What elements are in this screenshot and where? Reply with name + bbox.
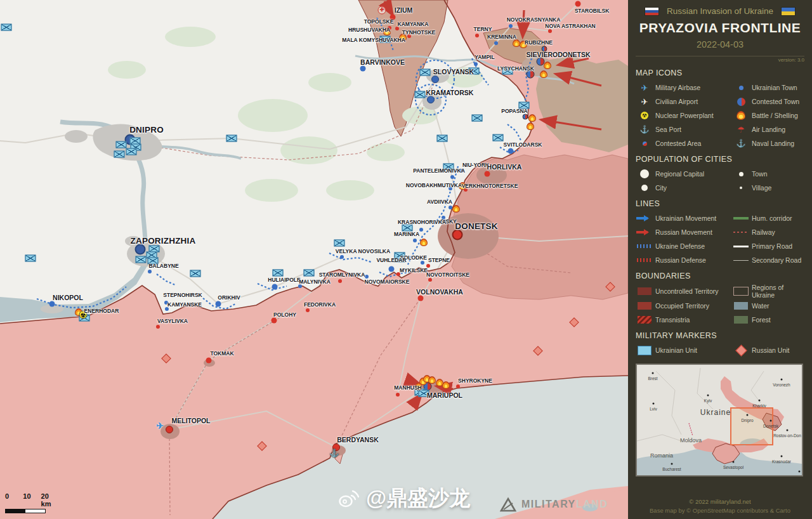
seaport-icon <box>636 124 653 135</box>
legend-item-label: Forest <box>752 316 771 324</box>
legend-sidebar: Russian Invasion of Ukraine PRYAZOVIA FR… <box>628 0 812 519</box>
settlement-label: SHYROKYNE <box>458 378 492 384</box>
ukrainian-unit-marker <box>472 115 483 122</box>
legend-item: Forest <box>732 313 804 327</box>
legend-item-label: Sea Port <box>655 126 681 133</box>
ua-def-icon <box>636 241 653 251</box>
airport-icon <box>636 96 653 107</box>
legend-item: Ukraine Defense <box>636 239 731 253</box>
legend-grid-lines: Ukrainian MovementRussian MovementUkrain… <box>636 211 804 267</box>
settlement-label: NOVA ASTRAKHAN <box>545 23 596 29</box>
inset-label: Kharkiv <box>752 404 766 408</box>
settlement-label: SLOVYANSK <box>433 68 474 76</box>
legend-item: Naval Landing <box>732 136 804 150</box>
b-water-icon <box>732 301 750 311</box>
settlement-marker <box>450 175 454 179</box>
battle-shelling-icon <box>528 114 536 122</box>
legend-section-title-lines: LINES <box>636 199 804 208</box>
legend-item: Ukrainian Unit <box>636 343 731 357</box>
settlement-label: BARVINKOVE <box>360 58 405 66</box>
settlement-label: TERNY <box>474 26 492 32</box>
pop-capital-icon <box>636 169 653 179</box>
legend-item: Sea Port <box>636 122 731 136</box>
settlement-marker <box>421 261 424 265</box>
legend-item: Primary Road <box>732 239 804 253</box>
settlement-label: HORLIVKA <box>487 163 522 171</box>
inset-city-dot <box>652 372 654 374</box>
pop-village-icon <box>732 183 750 193</box>
settlement-marker <box>206 358 212 364</box>
legend-item: Nuclear Powerplant <box>636 108 731 122</box>
legend-item: Transnistria <box>636 313 731 327</box>
legend-grid-military-markers: Ukrainian UnitRussian Unit <box>636 343 804 357</box>
legend-item: Ukrainian Movement <box>636 211 731 225</box>
map-subtitle-row: Russian Invasion of Ukraine <box>636 6 804 16</box>
settlement-marker <box>475 34 479 37</box>
legend-item-label: Ukraine Defense <box>655 242 705 250</box>
legend-item-label: Ukrainian Movement <box>655 214 716 222</box>
map-subtitle: Russian Invasion of Ukraine <box>667 6 773 16</box>
ukraine-flag-icon <box>781 7 796 16</box>
scale-10: 10 <box>23 492 41 508</box>
legend-item-label: Contested Area <box>655 140 701 147</box>
air-landing-icon <box>732 124 750 135</box>
settlement-label: NIKOPOL <box>53 294 83 301</box>
battle-shelling-icon <box>513 39 520 47</box>
ukrainian-unit-marker <box>25 255 36 262</box>
legend-item-label: City <box>655 184 667 192</box>
legend-item: Military Airbase <box>636 81 731 95</box>
settlement-label: KAMYANKA <box>398 21 429 27</box>
legend-item: Occupied Territory <box>636 299 731 313</box>
inset-label: Moldova <box>680 437 702 443</box>
frontline-map-page: STAROBILSKIZIUMTOPOLSKEKAMYANKATYNHOTSKE… <box>0 0 812 519</box>
map-markers-layer: STAROBILSKIZIUMTOPOLSKEKAMYANKATYNHOTSKE… <box>0 0 628 519</box>
legend-item-label: Air Landing <box>752 126 785 133</box>
weibo-watermark: @鼎盛沙龙 <box>338 484 470 513</box>
settlement-marker <box>272 284 278 290</box>
settlement-marker <box>389 266 395 272</box>
settlement-label: SVITLODARSK <box>504 141 542 148</box>
settlement-label: PANTELEIMONIVKA <box>413 168 465 174</box>
battle-shelling-icon <box>442 381 450 389</box>
settlement-label: SIEVIERODONETSK <box>527 51 591 58</box>
battle-shelling-icon <box>420 239 428 246</box>
inset-label: Dnipro <box>741 418 753 423</box>
legend-item: Russian Defense <box>636 253 731 267</box>
inset-overview-map: BrestVoronezhKyivLvivUkraineKharkivDnipr… <box>636 364 803 476</box>
b-occupied-icon <box>636 301 653 311</box>
legend-item-label: Occupied Territory <box>655 302 709 310</box>
settlement-label: VELYKA NOVOSILKA <box>336 248 390 254</box>
settlement-marker <box>216 301 221 307</box>
legend-item: Battle / Shelling <box>732 108 804 122</box>
settlement-label: NOVOBAKHMUTIVKA <box>406 182 462 188</box>
settlement-label: MARINKA <box>394 231 419 237</box>
copyright-line: © 2022 militaryland.net <box>636 497 804 506</box>
settlement-label: POLOHY <box>273 312 296 318</box>
battle-shelling-icon <box>527 122 534 130</box>
inset-city-dot <box>759 400 761 402</box>
settlement-marker <box>508 148 514 154</box>
settlement-label: ORIKHIV <box>218 294 240 301</box>
naval-landing-icon <box>732 138 750 148</box>
settlement-marker <box>431 76 439 83</box>
legend-item-label: Battle / Shelling <box>752 112 798 119</box>
anchor-icon: ⚓ <box>330 449 339 457</box>
settlement-label: MANHUSH <box>394 384 421 391</box>
legend-item: Russian Movement <box>636 225 731 239</box>
settlement-label: YAMPIL <box>475 54 494 60</box>
inset-label: Bucharest <box>662 467 681 471</box>
legend-item: Ukrainian Town <box>732 81 804 95</box>
settlement-label: NIU-YORK <box>462 162 489 168</box>
b-regions-icon <box>732 286 750 296</box>
battle-shelling-icon <box>452 205 460 213</box>
settlement-marker <box>428 278 432 282</box>
legend-item-label: Nuclear Powerplant <box>655 112 714 119</box>
settlement-marker <box>427 96 435 103</box>
settlement-marker <box>338 279 342 283</box>
settlement-label: BERDYANSK <box>337 436 379 443</box>
settlement-label: NOVOKRASNYANKA <box>507 16 561 23</box>
legend-sections: MAP ICONSMilitary AirbaseCivilian Airpor… <box>636 64 804 357</box>
battle-icon <box>732 110 750 121</box>
nuclear-icon <box>636 110 653 121</box>
legend-item-label: Regions of Ukraine <box>752 284 804 299</box>
